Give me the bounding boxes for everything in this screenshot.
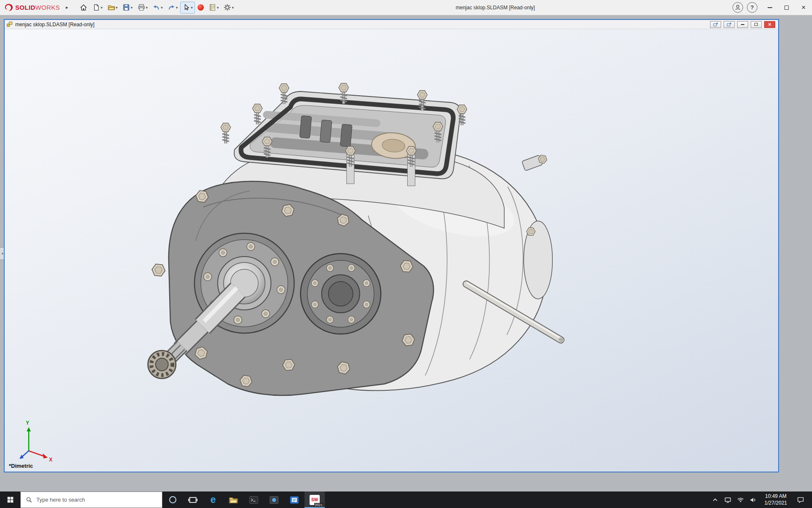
view-orientation-label: *Dimetric [9, 463, 33, 469]
doc-aux-button-1[interactable] [710, 21, 721, 28]
chevron-down-icon[interactable]: ▾ [191, 6, 193, 10]
document-titlebar[interactable]: menjac sklop.SLDASM [Read-only] × [5, 20, 778, 29]
maximize-icon [785, 6, 789, 10]
cortana-icon [169, 496, 176, 503]
redo-icon [167, 3, 176, 11]
pinned-app-1-button[interactable] [244, 491, 264, 508]
chevron-down-icon[interactable]: ▾ [217, 6, 219, 10]
close-icon: × [801, 4, 806, 11]
system-tray: 10:49 AM 1/27/2021 [709, 491, 812, 508]
search-input[interactable] [36, 497, 162, 503]
clock-time: 10:49 AM [765, 493, 787, 500]
home-button[interactable] [77, 2, 90, 14]
chevron-up-icon [711, 496, 719, 504]
app-titlebar: SOLIDWORKS ▸ ▾ ▾ ▾ ▾ ▾ ▾ ▾ ▾ ▾ menjac sk… [0, 0, 812, 15]
doc-close-button[interactable]: × [764, 21, 775, 28]
tray-network-button[interactable] [734, 491, 747, 508]
new-document-icon [92, 3, 100, 11]
edge-icon: e [211, 495, 216, 505]
volume-icon [749, 496, 757, 504]
minimize-icon [741, 24, 744, 25]
chevron-down-icon[interactable]: ▾ [116, 6, 118, 10]
3dexperience-button[interactable] [195, 2, 206, 14]
restore-icon [754, 23, 758, 26]
tray-chevron-button[interactable] [709, 491, 721, 508]
app-window-title: menjac sklop.SLDASM [Read-only] [455, 5, 535, 11]
chevron-down-icon[interactable]: ▾ [161, 6, 163, 10]
undo-button[interactable]: ▾ [150, 2, 165, 14]
action-center-button[interactable] [792, 491, 809, 508]
orientation-triad[interactable]: Y X [19, 420, 52, 463]
brand-works: WORKS [35, 4, 60, 11]
start-button[interactable] [0, 491, 20, 508]
tray-display-button[interactable] [721, 491, 734, 508]
pinned-app-1-icon [249, 495, 259, 505]
open-folder-icon [107, 3, 115, 11]
chevron-down-icon[interactable]: ▾ [131, 6, 133, 10]
pinned-app-2-button[interactable] [264, 491, 284, 508]
file-explorer-button[interactable] [223, 491, 244, 508]
taskbar-search[interactable] [20, 491, 162, 508]
task-view-button[interactable] [183, 491, 203, 508]
help-button[interactable]: ? [747, 2, 757, 13]
red-sphere-icon [198, 4, 204, 11]
doc-aux-button-2[interactable] [724, 21, 735, 28]
user-icon [734, 4, 741, 11]
solidworks-taskbar-button[interactable]: SW 2021 [304, 491, 325, 508]
solidworks-logo: SOLIDWORKS [0, 3, 63, 12]
brand-solid: SOLID [15, 4, 35, 11]
close-button[interactable]: × [795, 0, 812, 15]
clock-date: 1/27/2021 [765, 500, 787, 507]
monitor-icon [724, 496, 732, 504]
options-button[interactable]: ▾ [221, 2, 236, 14]
output-flange[interactable] [301, 254, 381, 334]
graphics-viewport[interactable]: Y X *Dimetric [5, 29, 778, 472]
print-button[interactable]: ▾ [135, 2, 150, 14]
pinned-app-3-icon [289, 495, 299, 505]
wifi-icon [737, 496, 744, 504]
menu-expand-arrow[interactable]: ▸ [63, 5, 72, 10]
save-button[interactable]: ▾ [120, 2, 135, 14]
cortana-button[interactable] [162, 491, 183, 508]
binder-icon [208, 3, 217, 11]
task-view-icon [188, 495, 198, 505]
chevron-down-icon[interactable]: ▾ [146, 6, 148, 10]
workspace: menjac sklop.SLDASM [Read-only] × [0, 15, 812, 491]
assembly-document-icon [6, 21, 13, 28]
document-properties-button[interactable]: ▾ [206, 2, 221, 14]
file-explorer-icon [228, 495, 239, 505]
gearbox-model[interactable]: Y X [5, 29, 778, 472]
select-button[interactable]: ▾ [180, 2, 195, 14]
tray-volume-button[interactable] [747, 491, 760, 508]
triad-x-label: X [49, 457, 52, 463]
chevron-down-icon[interactable]: ▾ [101, 6, 103, 10]
print-icon [137, 3, 145, 11]
gear-icon [223, 3, 231, 11]
pinned-app-3-button[interactable] [284, 491, 304, 508]
doc-minimize-button[interactable] [737, 21, 748, 28]
document-title: menjac sklop.SLDASM [Read-only] [15, 22, 94, 28]
quick-access-toolbar: ▾ ▾ ▾ ▾ ▾ ▾ ▾ ▾ ▾ [77, 2, 236, 14]
maximize-button[interactable] [778, 0, 795, 15]
window-arrow-icon [726, 22, 732, 28]
triad-y-label: Y [26, 420, 29, 426]
undo-icon [152, 3, 160, 11]
pinned-app-2-icon [269, 495, 279, 505]
new-document-button[interactable]: ▾ [90, 2, 105, 14]
windows-taskbar: e SW 2021 10:49 AM 1/27/2021 [0, 491, 812, 508]
titlebar-right-controls: ? × [732, 0, 812, 15]
user-account-button[interactable] [732, 2, 743, 13]
search-icon [26, 497, 33, 503]
chevron-down-icon[interactable]: ▾ [232, 6, 234, 10]
redo-button[interactable]: ▾ [165, 2, 180, 14]
open-button[interactable]: ▾ [105, 2, 120, 14]
close-icon: × [768, 22, 771, 27]
help-icon: ? [751, 4, 754, 11]
document-window: menjac sklop.SLDASM [Read-only] × [4, 19, 779, 472]
chevron-down-icon[interactable]: ▾ [176, 6, 178, 10]
solidworks-version-badge: 2021 [314, 503, 323, 507]
taskbar-clock[interactable]: 10:49 AM 1/27/2021 [760, 493, 792, 506]
doc-restore-button[interactable] [751, 21, 762, 28]
edge-button[interactable]: e [203, 491, 223, 508]
minimize-button[interactable] [761, 0, 778, 15]
